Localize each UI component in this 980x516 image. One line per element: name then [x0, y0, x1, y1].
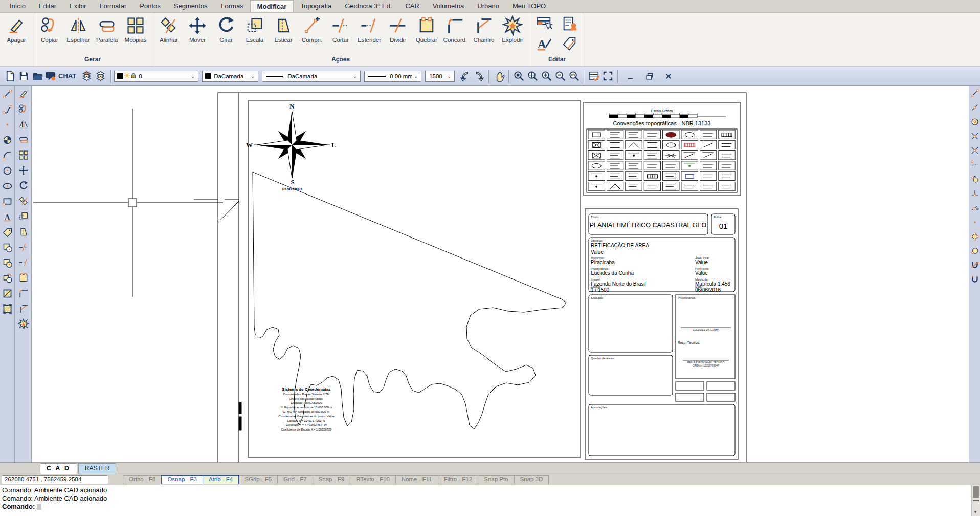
- minimize-button[interactable]: [623, 69, 637, 84]
- layers-up-button[interactable]: [94, 69, 108, 84]
- menu-tab-formas[interactable]: Formas: [214, 0, 250, 12]
- draw-position-button[interactable]: [0, 132, 14, 147]
- hatch-fill-button[interactable]: [0, 286, 14, 301]
- pan-button[interactable]: [492, 69, 506, 84]
- close-button[interactable]: [661, 69, 675, 84]
- layer-combobox[interactable]: 0⌄: [114, 71, 198, 82]
- menu-tab-editar[interactable]: Editar: [32, 0, 63, 12]
- zoom-extents-button[interactable]: [512, 69, 526, 84]
- toggle-filtro-f12[interactable]: Filtro - F12: [438, 475, 479, 484]
- snap-insertion-button[interactable]: [969, 244, 980, 258]
- bool-rotate-button[interactable]: [0, 270, 14, 286]
- tool-lengthen[interactable]: Compri.: [298, 14, 326, 43]
- new-file-button[interactable]: [3, 69, 17, 84]
- menu-tab-car[interactable]: CAR: [398, 0, 426, 12]
- menu-tab-modificar[interactable]: Modificar: [250, 0, 294, 12]
- extend-button[interactable]: [15, 255, 31, 270]
- eraser-button[interactable]: [15, 86, 31, 101]
- tool-explode[interactable]: Explodir: [498, 14, 527, 43]
- command-window[interactable]: Comando: Ambiente CAD acionadoComando: A…: [0, 485, 980, 516]
- menu-tab-segmentos[interactable]: Segmentos: [167, 0, 214, 12]
- scale-button[interactable]: [15, 209, 31, 224]
- zoom-dynamic-button[interactable]: [526, 69, 540, 84]
- toggle-snap-3d[interactable]: Snap 3D: [514, 475, 549, 484]
- chamfer-button[interactable]: [15, 301, 31, 316]
- tool-break[interactable]: Quebrar: [412, 14, 441, 43]
- drawing-canvas[interactable]: N S L W 01/01/2001 Sistema de Coordenada…: [32, 86, 969, 462]
- snap-apparent-button[interactable]: [969, 143, 980, 158]
- color-combobox[interactable]: DaCamada⌄: [202, 71, 258, 82]
- draw-tag-button[interactable]: [0, 224, 14, 240]
- redo-button[interactable]: [472, 69, 486, 84]
- tool-chamfer[interactable]: Chanfro: [470, 14, 498, 43]
- mcopies-button[interactable]: [15, 147, 31, 163]
- lineweight-combobox[interactable]: 0.00 mm⌄: [364, 71, 421, 82]
- snap-node-button[interactable]: [969, 215, 980, 229]
- parallel-button[interactable]: [15, 132, 31, 147]
- draw-circle-button[interactable]: [0, 163, 14, 178]
- tool-mcopies[interactable]: Mcopias: [121, 14, 150, 43]
- tool-move[interactable]: Mover: [183, 14, 212, 43]
- menu-tab-urbano[interactable]: Urbano: [471, 0, 506, 12]
- toggle-atrib-f4[interactable]: Atrib - F4: [203, 475, 239, 484]
- draw-ellipse-button[interactable]: [0, 178, 14, 193]
- linetype-combobox[interactable]: DaCamada⌄: [262, 71, 361, 82]
- menu-tab-meu-topo[interactable]: Meu TOPO: [506, 0, 552, 12]
- cad-sheet[interactable]: N S L W 01/01/2001 Sistema de Coordenada…: [32, 86, 969, 462]
- tool-scale[interactable]: Escala: [240, 14, 269, 43]
- tool-text-edit[interactable]: A: [530, 34, 559, 52]
- toggle-grid-f7[interactable]: Grid - F7: [277, 475, 313, 484]
- draw-text-button[interactable]: A: [0, 209, 14, 224]
- toggle-snap-pto[interactable]: Snap Pto: [478, 475, 514, 484]
- snap-off-button[interactable]: [969, 258, 980, 272]
- attribute-check-button[interactable]: [587, 69, 601, 84]
- tool-fillet[interactable]: Concord.: [441, 14, 470, 43]
- snap-nearest-button[interactable]: [969, 201, 980, 215]
- tool-tag-edit[interactable]: [555, 34, 584, 52]
- scrollbar-thumb[interactable]: [973, 486, 979, 498]
- copy-button[interactable]: [15, 101, 31, 117]
- open-folder-button[interactable]: [31, 69, 44, 84]
- layers-down-button[interactable]: [80, 69, 94, 84]
- menu-tab-topografia[interactable]: Topografia: [294, 0, 338, 12]
- menu-tab-formatar[interactable]: Formatar: [93, 0, 133, 12]
- tool-parallel[interactable]: Paralela: [93, 14, 121, 43]
- tool-document-stamp[interactable]: [555, 14, 584, 33]
- draw-polyline-button[interactable]: [0, 101, 14, 117]
- snap-tangent-button[interactable]: [969, 172, 980, 186]
- snap-center-button[interactable]: [969, 115, 980, 129]
- menu-tab-volumetria[interactable]: Volumetria: [426, 0, 471, 12]
- snap-perpendicular-button[interactable]: [969, 186, 980, 201]
- undo-button[interactable]: [458, 69, 472, 84]
- trim-button[interactable]: [15, 240, 31, 255]
- tool-attribute-table[interactable]: [530, 14, 559, 33]
- tool-eraser[interactable]: Apagar: [2, 14, 31, 43]
- tool-extend[interactable]: Estender: [355, 14, 384, 43]
- hatch-frame-button[interactable]: [0, 301, 14, 316]
- fillet-button[interactable]: [15, 286, 31, 301]
- tool-copy[interactable]: Copiar: [35, 14, 64, 43]
- snap-extension-button[interactable]: [969, 158, 980, 172]
- tool-trim[interactable]: Cortar: [326, 14, 355, 43]
- mirror-button[interactable]: [15, 117, 31, 132]
- tool-align[interactable]: Alinhar: [154, 14, 183, 43]
- snap-midpoint-button[interactable]: [969, 100, 980, 115]
- menu-tab-in-cio[interactable]: Início: [3, 0, 32, 12]
- bool-intersect-button[interactable]: [0, 255, 14, 270]
- draw-point-button[interactable]: [0, 117, 14, 132]
- tool-divide[interactable]: Dividir: [384, 14, 412, 43]
- draw-rectangle-button[interactable]: [0, 193, 14, 209]
- move-button[interactable]: [15, 163, 31, 178]
- snap-on-button[interactable]: [969, 272, 980, 287]
- snap-intersection-button[interactable]: [969, 129, 980, 143]
- tool-mirror[interactable]: Espelhar: [64, 14, 93, 43]
- restore-button[interactable]: [642, 69, 656, 84]
- save-button[interactable]: [17, 69, 31, 84]
- menu-tab-pontos[interactable]: Pontos: [133, 0, 167, 12]
- zoom-out-button[interactable]: [553, 69, 567, 84]
- chat-button[interactable]: [44, 69, 58, 84]
- draw-arc-button[interactable]: [0, 147, 14, 163]
- zoom-previous-button[interactable]: [567, 69, 581, 84]
- rotate-button[interactable]: [15, 178, 31, 193]
- toggle-ortho-f8[interactable]: Ortho - F8: [123, 475, 162, 484]
